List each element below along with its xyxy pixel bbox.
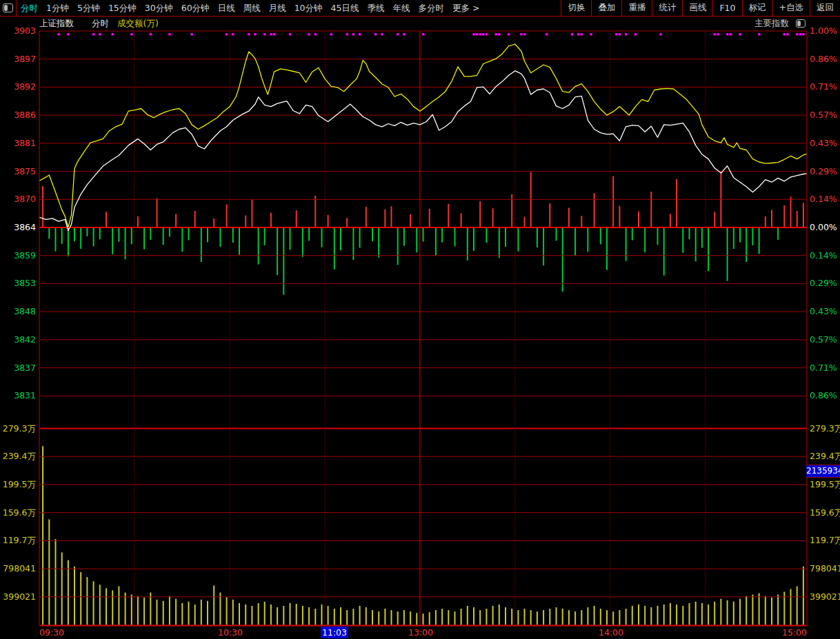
tab-fenshi[interactable]: 分时 xyxy=(17,0,42,16)
mode-label: 分时 xyxy=(92,18,109,30)
panel-toggle-icon[interactable] xyxy=(3,3,13,12)
panel-toggle-icon-small[interactable] xyxy=(796,19,806,28)
amount-label: 成交额(万) xyxy=(117,18,159,30)
tab-30min[interactable]: 30分钟 xyxy=(141,0,177,16)
statistics-button[interactable]: 统计 xyxy=(652,0,682,16)
tab-10min[interactable]: 10分钟 xyxy=(290,0,327,16)
tab-more[interactable]: 更多 > xyxy=(448,0,483,16)
tab-daily[interactable]: 日线 xyxy=(214,0,239,16)
tab-yearly[interactable]: 年线 xyxy=(388,0,414,16)
tab-monthly[interactable]: 月线 xyxy=(265,0,290,16)
tab-45day[interactable]: 45日线 xyxy=(327,0,363,16)
switch-button[interactable]: 切换 xyxy=(561,0,591,16)
cursor-time-badge: 11:03 xyxy=(321,627,348,638)
add-watchlist-button[interactable]: +自选 xyxy=(772,0,810,16)
time-axis-label: 09:30 xyxy=(39,627,64,638)
toolbar-buttons: 切换叠加重播统计画线F10标记+自选返回 xyxy=(561,0,840,16)
chart-subheader: 上证指数 分时 成交额(万) 主要指数 xyxy=(0,17,840,30)
tab-multi-fenshi[interactable]: 多分时 xyxy=(414,0,448,16)
intraday-chart[interactable] xyxy=(0,0,840,639)
toolbar: 分时1分钟5分钟15分钟30分钟60分钟日线周线月线10分钟45日线季线年线多分… xyxy=(0,0,840,17)
index-name: 上证指数 xyxy=(39,18,74,30)
time-axis: 09:3010:3013:0014:0015:0011:03 xyxy=(0,627,840,639)
overlay-button[interactable]: 叠加 xyxy=(591,0,621,16)
period-tabs: 分时1分钟5分钟15分钟30分钟60分钟日线周线月线10分钟45日线季线年线多分… xyxy=(17,0,483,16)
major-index-label[interactable]: 主要指数 xyxy=(754,18,789,30)
tab-1min[interactable]: 1分钟 xyxy=(42,0,73,16)
back-button[interactable]: 返回 xyxy=(810,0,840,16)
time-axis-label: 10:30 xyxy=(218,627,243,638)
time-axis-label: 15:00 xyxy=(782,627,807,638)
mark-button[interactable]: 标记 xyxy=(742,0,772,16)
time-axis-label: 13:00 xyxy=(408,627,433,638)
cursor-volume-badge: 2135934 xyxy=(806,465,840,478)
tab-5min[interactable]: 5分钟 xyxy=(73,0,104,16)
draw-line-button[interactable]: 画线 xyxy=(682,0,712,16)
tab-weekly[interactable]: 周线 xyxy=(239,0,265,16)
tab-15min[interactable]: 15分钟 xyxy=(104,0,141,16)
tab-60min[interactable]: 60分钟 xyxy=(177,0,214,16)
tab-quarterly[interactable]: 季线 xyxy=(363,0,388,16)
f10-button[interactable]: F10 xyxy=(712,0,741,16)
time-axis-label: 14:00 xyxy=(599,627,623,638)
replay-button[interactable]: 重播 xyxy=(621,0,652,16)
